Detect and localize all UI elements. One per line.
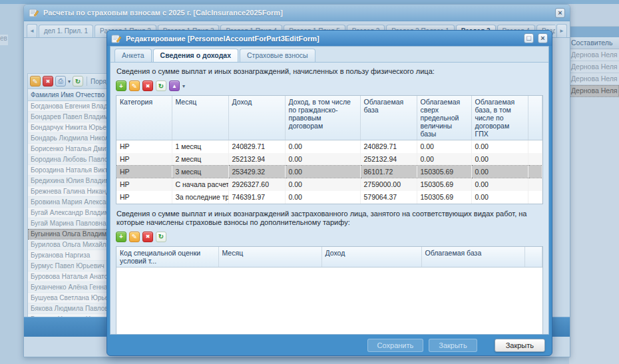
table-cell: 252132.94	[360, 153, 417, 166]
table-cell-filler	[528, 140, 542, 153]
table-cell: 0.00	[471, 166, 528, 178]
tariff-table-box: Код специальной оценки условий т...Месяц…	[116, 246, 543, 335]
table-cell-filler	[528, 166, 542, 178]
table-cell: 579064.37	[360, 191, 417, 204]
delete-button[interactable]: ✖	[142, 81, 153, 91]
tariff-toolbar: + ✎ ✖ ↻	[116, 230, 543, 244]
table-cell: 240829.71	[228, 140, 285, 153]
column-header[interactable]: Облагаемая сверх предельной величины баз…	[417, 96, 471, 140]
table-cell: 0.00	[471, 178, 528, 191]
delete-button[interactable]: ✖	[142, 232, 153, 242]
table-cell: 0.00	[471, 153, 528, 166]
column-header-filler	[524, 247, 542, 268]
table-cell: 0.00	[417, 153, 471, 166]
table-cell: 2 месяц	[172, 153, 228, 166]
income-section-label: Сведения о сумме выплат и иных вознаграж…	[116, 67, 542, 76]
table-cell: 0.00	[417, 140, 471, 153]
table-cell: 240829.71	[360, 140, 417, 153]
income-row[interactable]: НР1 месяц240829.710.00240829.710.000.00	[116, 140, 542, 153]
table-cell: 1 месяц	[172, 140, 228, 153]
table-cell: 3 месяц	[172, 166, 228, 178]
income-toolbar: + ✎ ✖ ↻ ▲ ▾	[116, 79, 543, 93]
column-header[interactable]: Облагаемая база, в том числе по договора…	[471, 96, 528, 140]
add-button[interactable]: +	[116, 232, 126, 242]
edit-window-tab-strip: АнкетаСведения о доходахСтраховые взносы	[110, 47, 548, 63]
edit-tab-2[interactable]: Сведения о доходах	[153, 49, 238, 62]
table-cell: 0.00	[285, 153, 360, 166]
maximize-icon: □	[526, 34, 531, 42]
table-cell: 150305.69	[417, 191, 471, 204]
column-header[interactable]: Категория	[116, 96, 172, 140]
edit-window-titlebar[interactable]: Редактирование [PersonnelAccountForPart3…	[107, 31, 552, 46]
table-cell: НР	[116, 178, 172, 191]
form-edit-icon	[111, 33, 122, 44]
table-cell: НР	[116, 166, 172, 178]
column-header[interactable]: Облагаемая база	[360, 96, 417, 140]
table-cell: За последние три...	[172, 191, 228, 204]
maximize-button[interactable]: □	[524, 33, 534, 43]
column-header[interactable]: Доход	[321, 247, 421, 268]
income-row[interactable]: НРС начала расчетн...2926327.600.0027590…	[116, 178, 542, 191]
income-tab-content: Сведения о сумме выплат и иных вознаграж…	[110, 63, 548, 334]
table-header-row: КатегорияМесяцДоходДоход, в том числе по…	[116, 96, 542, 140]
column-header[interactable]: Код специальной оценки условий т...	[116, 247, 218, 268]
export-button[interactable]: ▲	[169, 81, 180, 91]
column-header[interactable]: Доход, в том числе по гражданско-правовы…	[285, 96, 360, 140]
refresh-button[interactable]: ↻	[156, 81, 166, 91]
table-cell-filler	[528, 191, 542, 204]
income-table: КатегорияМесяцДоходДоход, в том числе по…	[116, 96, 542, 204]
edit-close-button[interactable]: ×	[538, 33, 548, 43]
edit-tab-3[interactable]: Страховые взносы	[240, 49, 315, 62]
edit-window-title: Редактирование [PersonnelAccountForPart3…	[126, 35, 520, 43]
table-cell: 2759000.00	[360, 178, 417, 191]
column-header-filler	[528, 96, 542, 140]
edit-window-body: АнкетаСведения о доходахСтраховые взносы…	[110, 46, 549, 335]
table-cell: 86101.72	[360, 166, 417, 178]
table-cell: НР	[116, 140, 172, 153]
table-cell: 252132.94	[228, 153, 285, 166]
table-cell: С начала расчетн...	[172, 178, 228, 191]
table-cell: 0.00	[285, 178, 360, 191]
table-cell: 0.00	[471, 191, 528, 204]
edit-button[interactable]: ✎	[129, 81, 140, 91]
close-button[interactable]: Закрыть	[495, 339, 545, 352]
desktop: Составитель Дернова НеляДернова НеляДерн…	[0, 0, 619, 364]
income-row[interactable]: НРЗа последние три...746391.970.00579064…	[116, 191, 542, 204]
edit-window-footer: Сохранить Закрыть Закрыть	[107, 335, 552, 355]
table-cell: 0.00	[471, 140, 528, 153]
tariff-table: Код специальной оценки условий т...Месяц…	[116, 247, 542, 268]
column-header[interactable]: Месяц	[172, 96, 228, 140]
table-cell: 0.00	[285, 140, 360, 153]
table-cell: НР	[116, 191, 172, 204]
table-cell: 150305.69	[417, 166, 471, 178]
close-button-disabled[interactable]: Закрыть	[429, 339, 477, 352]
table-cell: 746391.97	[228, 191, 285, 204]
column-header[interactable]: Облагаемая база	[421, 247, 524, 268]
table-cell-filler	[528, 178, 542, 191]
income-row[interactable]: НР3 месяц253429.320.0086101.72150305.690…	[116, 166, 542, 178]
table-cell: 253429.32	[228, 166, 285, 178]
edit-tab-1[interactable]: Анкета	[114, 49, 152, 62]
edit-button[interactable]: ✎	[129, 232, 140, 242]
tariff-section-label: Сведения о сумме выплат и иных вознаграж…	[116, 210, 542, 227]
table-header-row: Код специальной оценки условий т...Месяц…	[116, 247, 542, 268]
personnel-edit-window: Редактирование [PersonnelAccountForPart3…	[106, 30, 552, 356]
close-icon: ×	[540, 34, 544, 42]
table-cell: 0.00	[285, 191, 360, 204]
add-button[interactable]: +	[116, 81, 126, 91]
table-cell: НР	[116, 153, 172, 166]
income-row[interactable]: НР2 месяц252132.940.00252132.940.000.00	[116, 153, 542, 166]
table-cell: 150305.69	[417, 178, 471, 191]
export-menu-caret-icon[interactable]: ▾	[182, 83, 185, 89]
table-cell: 0.00	[285, 166, 360, 178]
refresh-button[interactable]: ↻	[156, 232, 166, 242]
column-header[interactable]: Доход	[228, 96, 285, 140]
table-cell-filler	[528, 153, 542, 166]
column-header[interactable]: Месяц	[218, 247, 321, 268]
table-cell: 2926327.60	[228, 178, 285, 191]
income-table-box: КатегорияМесяцДоходДоход, в том числе по…	[116, 95, 543, 204]
save-button[interactable]: Сохранить	[367, 339, 424, 352]
